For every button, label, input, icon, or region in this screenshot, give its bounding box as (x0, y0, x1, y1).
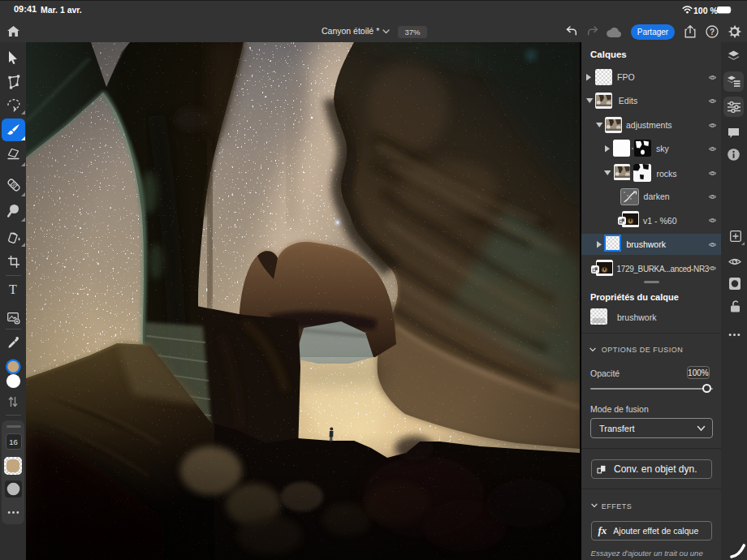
svg-text:?: ? (710, 28, 715, 37)
